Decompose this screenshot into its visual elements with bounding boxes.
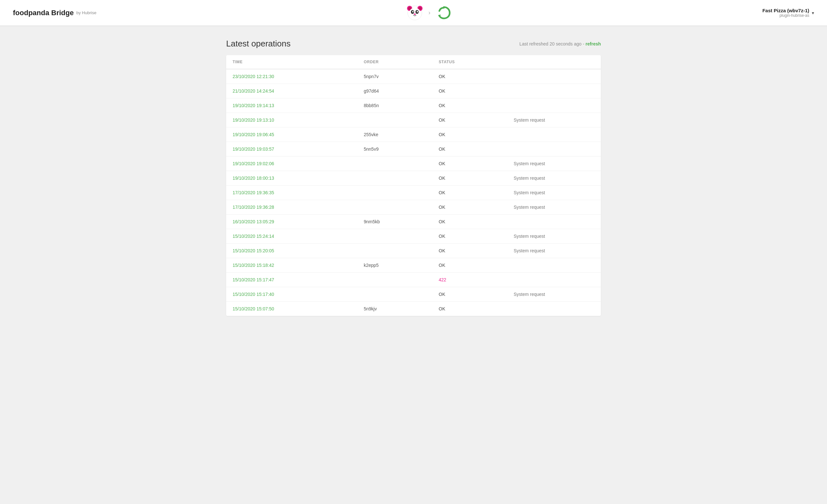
table-row[interactable]: 21/10/2020 14:24:54g97d64OK [226, 84, 601, 98]
cell-status: OK [432, 287, 507, 302]
col-header-extra [507, 55, 601, 69]
cell-extra: System request [507, 157, 601, 171]
cell-order [357, 185, 432, 200]
account-info: Fast Pizza (wbv7z-1) plugin-hubrise-as [763, 8, 809, 18]
cell-order [357, 273, 432, 287]
refresh-text: Last refreshed 20 seconds ago - [520, 41, 586, 47]
cell-extra [507, 142, 601, 157]
table-row[interactable]: 19/10/2020 19:06:45255vkeOK [226, 127, 601, 142]
brand-title: foodpanda Bridge [13, 9, 74, 17]
table-row[interactable]: 19/10/2020 19:03:575nn5v9OK [226, 142, 601, 157]
cell-extra [507, 215, 601, 229]
table-row[interactable]: 15/10/2020 15:07:505n9kjvOK [226, 302, 601, 316]
cell-status: OK [432, 98, 507, 113]
cell-extra: System request [507, 229, 601, 243]
col-header-status: STATUS [432, 55, 507, 69]
col-header-time: TIME [226, 55, 357, 69]
cell-time: 21/10/2020 14:24:54 [226, 84, 357, 98]
table-row[interactable]: 15/10/2020 15:18:42k2epp5OK [226, 258, 601, 273]
cell-extra: System request [507, 113, 601, 127]
table-row[interactable]: 19/10/2020 19:02:06OKSystem request [226, 157, 601, 171]
cell-status: 422 [432, 273, 507, 287]
cell-status: OK [432, 69, 507, 84]
cell-extra [507, 127, 601, 142]
cell-extra [507, 69, 601, 84]
cell-order [357, 113, 432, 127]
cell-order: g97d64 [357, 84, 432, 98]
table-row[interactable]: 19/10/2020 19:13:10OKSystem request [226, 113, 601, 127]
col-header-order: ORDER [357, 55, 432, 69]
brand-subtitle: by Hubrise [76, 10, 96, 15]
cell-status: OK [432, 200, 507, 215]
cell-order: 8bb85n [357, 98, 432, 113]
table-row[interactable]: 15/10/2020 15:24:14OKSystem request [226, 229, 601, 243]
cell-extra [507, 258, 601, 273]
table-row[interactable]: 15/10/2020 15:17:40OKSystem request [226, 287, 601, 302]
cell-status: OK [432, 84, 507, 98]
cell-time: 15/10/2020 15:07:50 [226, 302, 357, 316]
cell-time: 19/10/2020 19:14:13 [226, 98, 357, 113]
table-row[interactable]: 19/10/2020 19:14:138bb85nOK [226, 98, 601, 113]
logo-section: › [406, 4, 452, 21]
cell-time: 15/10/2020 15:18:42 [226, 258, 357, 273]
cell-order [357, 171, 432, 185]
chevron-down-icon: ▾ [812, 10, 814, 15]
table-row[interactable]: 15/10/2020 15:17:47422 [226, 273, 601, 287]
cell-time: 17/10/2020 19:36:28 [226, 200, 357, 215]
brand-section: foodpanda Bridge by Hubrise [13, 9, 96, 17]
cell-status: OK [432, 185, 507, 200]
cell-status: OK [432, 243, 507, 258]
cell-time: 17/10/2020 19:36:35 [226, 185, 357, 200]
cell-status: OK [432, 113, 507, 127]
cell-order: 5nn5v9 [357, 142, 432, 157]
table-row[interactable]: 17/10/2020 19:36:28OKSystem request [226, 200, 601, 215]
cell-time: 23/10/2020 12:21:30 [226, 69, 357, 84]
table-row[interactable]: 23/10/2020 12:21:305npn7vOK [226, 69, 601, 84]
cell-status: OK [432, 127, 507, 142]
cell-status: OK [432, 142, 507, 157]
cell-status: OK [432, 229, 507, 243]
table-header: TIME ORDER STATUS [226, 55, 601, 69]
cell-order [357, 229, 432, 243]
cell-extra [507, 98, 601, 113]
cell-order [357, 287, 432, 302]
refresh-link[interactable]: refresh [586, 41, 601, 47]
cell-time: 15/10/2020 15:24:14 [226, 229, 357, 243]
cell-order: 9nm5kb [357, 215, 432, 229]
cell-order: k2epp5 [357, 258, 432, 273]
cell-time: 19/10/2020 19:03:57 [226, 142, 357, 157]
cell-order: 5n9kjv [357, 302, 432, 316]
table-row[interactable]: 17/10/2020 19:36:35OKSystem request [226, 185, 601, 200]
foodpanda-logo [406, 4, 423, 21]
svg-point-9 [417, 11, 418, 12]
arrow-icon: › [428, 9, 430, 16]
cell-order [357, 243, 432, 258]
cell-extra: System request [507, 287, 601, 302]
table-row[interactable]: 19/10/2020 18:00:13OKSystem request [226, 171, 601, 185]
account-section[interactable]: Fast Pizza (wbv7z-1) plugin-hubrise-as ▾ [763, 8, 814, 18]
cell-extra: System request [507, 185, 601, 200]
cell-extra: System request [507, 171, 601, 185]
main-content: Latest operations Last refreshed 20 seco… [220, 26, 607, 329]
table-row[interactable]: 16/10/2020 13:05:299nm5kbOK [226, 215, 601, 229]
cell-time: 19/10/2020 18:00:13 [226, 171, 357, 185]
cell-time: 19/10/2020 19:13:10 [226, 113, 357, 127]
cell-time: 15/10/2020 15:20:05 [226, 243, 357, 258]
cell-time: 15/10/2020 15:17:40 [226, 287, 357, 302]
cell-order [357, 200, 432, 215]
cell-order: 255vke [357, 127, 432, 142]
cell-time: 16/10/2020 13:05:29 [226, 215, 357, 229]
cell-status: OK [432, 258, 507, 273]
cell-status: OK [432, 157, 507, 171]
app-header: foodpanda Bridge by Hubrise › [0, 0, 827, 26]
table-row[interactable]: 15/10/2020 15:20:05OKSystem request [226, 243, 601, 258]
page-title: Latest operations [226, 39, 290, 49]
hubrise-logo [435, 4, 452, 21]
cell-order [357, 157, 432, 171]
cell-extra: System request [507, 243, 601, 258]
cell-extra: System request [507, 200, 601, 215]
cell-time: 19/10/2020 19:02:06 [226, 157, 357, 171]
cell-status: OK [432, 302, 507, 316]
section-header: Latest operations Last refreshed 20 seco… [226, 39, 601, 49]
table-body: 23/10/2020 12:21:305npn7vOK21/10/2020 14… [226, 69, 601, 316]
